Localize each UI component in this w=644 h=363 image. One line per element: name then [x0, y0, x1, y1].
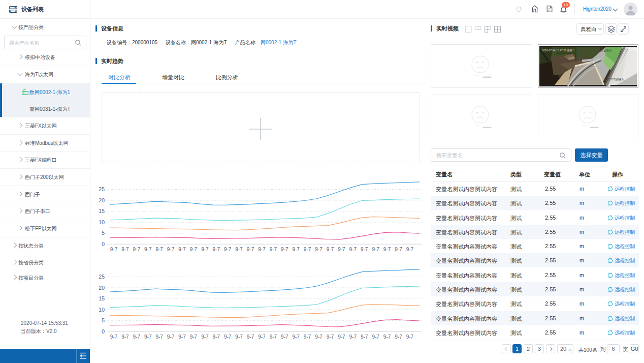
- svg-text:9-7: 9-7: [383, 247, 391, 252]
- svg-text:9-7: 9-7: [281, 247, 288, 252]
- svg-text:9-7: 9-7: [110, 247, 118, 252]
- svg-text:9-7: 9-7: [247, 247, 254, 252]
- svg-text:9-7: 9-7: [178, 334, 186, 340]
- svg-text:9-7: 9-7: [281, 334, 288, 340]
- svg-text:20: 20: [99, 285, 105, 291]
- svg-text:20: 20: [99, 197, 105, 203]
- svg-text:9-7: 9-7: [133, 334, 141, 340]
- svg-text:9-7: 9-7: [235, 247, 243, 252]
- svg-text:9-7: 9-7: [292, 247, 300, 252]
- svg-text:水位监测点: 水位监测点: [598, 49, 612, 52]
- svg-text:9-7: 9-7: [121, 334, 129, 340]
- svg-text:9-7: 9-7: [235, 334, 243, 340]
- svg-text:9-7: 9-7: [224, 334, 232, 340]
- svg-text:9-7: 9-7: [213, 334, 220, 340]
- svg-text:9-7: 9-7: [258, 247, 266, 252]
- svg-text:9-7: 9-7: [144, 334, 152, 340]
- svg-text:9-7: 9-7: [201, 334, 209, 340]
- svg-text:9-7: 9-7: [270, 247, 277, 252]
- svg-text:9-7: 9-7: [144, 247, 152, 252]
- svg-text:9-7: 9-7: [247, 334, 254, 340]
- svg-text:25: 25: [99, 186, 105, 192]
- svg-text:9-7: 9-7: [167, 247, 175, 252]
- svg-text:9-7: 9-7: [327, 334, 334, 340]
- svg-text:9-7: 9-7: [372, 247, 379, 252]
- svg-text:9-7: 9-7: [292, 334, 300, 340]
- svg-text:0: 0: [102, 328, 105, 335]
- svg-text:9-7: 9-7: [315, 247, 323, 252]
- svg-text:9-7: 9-7: [372, 334, 379, 340]
- svg-text:9-7: 9-7: [304, 334, 311, 340]
- svg-text:10: 10: [99, 307, 105, 313]
- svg-text:9-7: 9-7: [383, 334, 391, 340]
- svg-text:9-7: 9-7: [201, 247, 209, 252]
- svg-text:9-7: 9-7: [327, 247, 334, 252]
- svg-text:5: 5: [102, 317, 105, 323]
- svg-text:0: 0: [102, 241, 105, 247]
- svg-text:25: 25: [99, 274, 105, 280]
- svg-text:9-7: 9-7: [133, 247, 141, 252]
- svg-text:9-7: 9-7: [121, 247, 129, 252]
- svg-text:9-7: 9-7: [338, 247, 345, 252]
- svg-text:9-7: 9-7: [395, 247, 402, 252]
- svg-text:5: 5: [102, 230, 105, 236]
- svg-text:NT01717)摄像头: NT01717)摄像头: [604, 78, 624, 81]
- svg-text:9-7: 9-7: [167, 334, 175, 340]
- svg-text:9-7: 9-7: [361, 247, 368, 252]
- svg-text:10: 10: [99, 219, 105, 225]
- svg-text:9-7: 9-7: [190, 334, 198, 340]
- svg-text:9-7: 9-7: [406, 334, 414, 340]
- svg-text:2020-07-14 15:47:28 星期二: 2020-07-14 15:47:28 星期二: [542, 49, 575, 52]
- svg-text:9-7: 9-7: [304, 247, 311, 252]
- svg-text:9-7: 9-7: [406, 247, 414, 252]
- svg-text:9-7: 9-7: [155, 334, 163, 340]
- svg-text:9-7: 9-7: [361, 334, 368, 340]
- svg-text:9-7: 9-7: [349, 334, 357, 340]
- svg-text:9-7: 9-7: [224, 247, 232, 252]
- svg-text:9-7: 9-7: [190, 247, 198, 252]
- svg-text:9-7: 9-7: [315, 334, 323, 340]
- svg-text:9-7: 9-7: [258, 334, 266, 340]
- svg-text:9-7: 9-7: [338, 334, 345, 340]
- svg-text:9-7: 9-7: [110, 334, 118, 340]
- svg-text:9-7: 9-7: [349, 247, 357, 252]
- svg-text:15: 15: [99, 295, 105, 301]
- svg-text:9-7: 9-7: [395, 334, 402, 340]
- svg-text:15: 15: [99, 208, 105, 214]
- svg-text:9-7: 9-7: [178, 247, 186, 252]
- svg-text:9-7: 9-7: [213, 247, 220, 252]
- svg-text:9-7: 9-7: [270, 334, 277, 340]
- svg-text:9-7: 9-7: [155, 247, 163, 252]
